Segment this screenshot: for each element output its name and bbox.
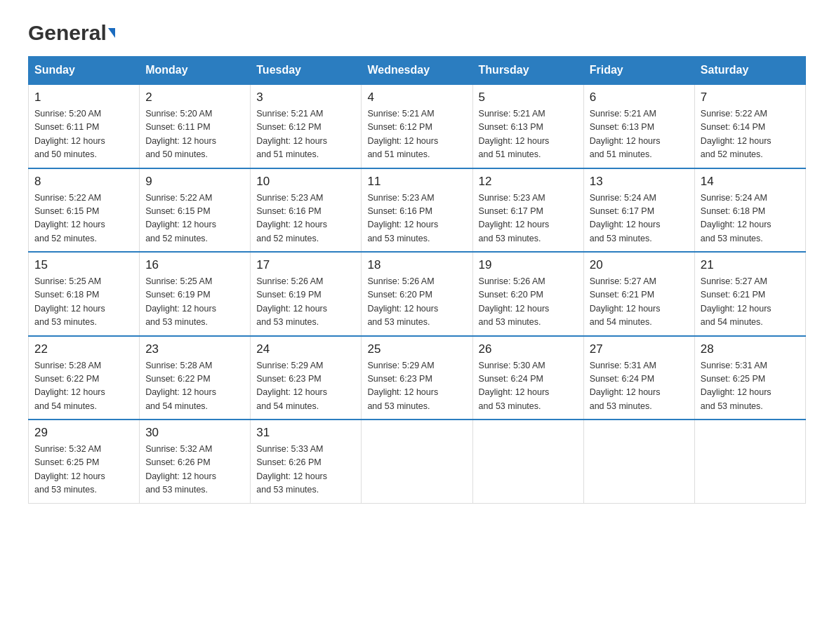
day-number: 2 bbox=[145, 90, 244, 105]
day-number: 27 bbox=[590, 342, 689, 356]
day-info: Sunrise: 5:23 AMSunset: 6:16 PMDaylight:… bbox=[367, 192, 466, 246]
day-info: Sunrise: 5:26 AMSunset: 6:20 PMDaylight:… bbox=[367, 275, 466, 330]
calendar-cell: 8Sunrise: 5:22 AMSunset: 6:15 PMDaylight… bbox=[29, 168, 140, 253]
day-info: Sunrise: 5:26 AMSunset: 6:20 PMDaylight:… bbox=[479, 275, 578, 330]
calendar-cell: 27Sunrise: 5:31 AMSunset: 6:24 PMDayligh… bbox=[583, 336, 694, 420]
calendar-cell: 15Sunrise: 5:25 AMSunset: 6:18 PMDayligh… bbox=[29, 252, 140, 336]
day-info: Sunrise: 5:28 AMSunset: 6:22 PMDaylight:… bbox=[34, 359, 133, 414]
day-number: 6 bbox=[590, 90, 689, 105]
calendar-cell: 6Sunrise: 5:21 AMSunset: 6:13 PMDaylight… bbox=[583, 84, 694, 168]
day-info: Sunrise: 5:28 AMSunset: 6:22 PMDaylight:… bbox=[145, 359, 244, 414]
day-number: 8 bbox=[34, 175, 133, 189]
day-info: Sunrise: 5:23 AMSunset: 6:17 PMDaylight:… bbox=[479, 192, 578, 246]
calendar-week-row: 29Sunrise: 5:32 AMSunset: 6:25 PMDayligh… bbox=[29, 420, 806, 503]
weekday-header-friday: Friday bbox=[583, 57, 694, 85]
calendar-week-row: 1Sunrise: 5:20 AMSunset: 6:11 PMDaylight… bbox=[29, 84, 806, 168]
day-info: Sunrise: 5:32 AMSunset: 6:26 PMDaylight:… bbox=[145, 443, 244, 497]
day-number: 19 bbox=[479, 258, 578, 272]
day-number: 10 bbox=[256, 175, 355, 189]
day-info: Sunrise: 5:29 AMSunset: 6:23 PMDaylight:… bbox=[256, 359, 355, 414]
calendar-table: SundayMondayTuesdayWednesdayThursdayFrid… bbox=[28, 56, 806, 504]
day-number: 23 bbox=[145, 342, 244, 356]
calendar-cell: 9Sunrise: 5:22 AMSunset: 6:15 PMDaylight… bbox=[140, 168, 251, 253]
weekday-header-tuesday: Tuesday bbox=[251, 57, 362, 85]
calendar-cell: 22Sunrise: 5:28 AMSunset: 6:22 PMDayligh… bbox=[29, 336, 140, 420]
day-number: 18 bbox=[367, 258, 466, 272]
calendar-cell: 1Sunrise: 5:20 AMSunset: 6:11 PMDaylight… bbox=[29, 84, 140, 168]
calendar-cell: 18Sunrise: 5:26 AMSunset: 6:20 PMDayligh… bbox=[362, 252, 472, 336]
day-number: 1 bbox=[34, 90, 133, 105]
day-number: 26 bbox=[479, 342, 578, 356]
calendar-cell: 2Sunrise: 5:20 AMSunset: 6:11 PMDaylight… bbox=[140, 84, 251, 168]
day-info: Sunrise: 5:31 AMSunset: 6:24 PMDaylight:… bbox=[590, 359, 689, 414]
day-info: Sunrise: 5:27 AMSunset: 6:21 PMDaylight:… bbox=[701, 275, 800, 330]
weekday-header-row: SundayMondayTuesdayWednesdayThursdayFrid… bbox=[29, 57, 806, 85]
day-info: Sunrise: 5:30 AMSunset: 6:24 PMDaylight:… bbox=[479, 359, 578, 414]
day-info: Sunrise: 5:27 AMSunset: 6:21 PMDaylight:… bbox=[590, 275, 689, 330]
logo-general: General bbox=[28, 21, 107, 45]
day-number: 3 bbox=[256, 90, 355, 105]
day-number: 7 bbox=[701, 90, 800, 105]
day-number: 28 bbox=[701, 342, 800, 356]
day-info: Sunrise: 5:24 AMSunset: 6:17 PMDaylight:… bbox=[590, 192, 689, 246]
calendar-cell: 5Sunrise: 5:21 AMSunset: 6:13 PMDaylight… bbox=[472, 84, 583, 168]
day-number: 31 bbox=[256, 426, 355, 440]
calendar-cell: 13Sunrise: 5:24 AMSunset: 6:17 PMDayligh… bbox=[583, 168, 694, 253]
day-info: Sunrise: 5:20 AMSunset: 6:11 PMDaylight:… bbox=[145, 107, 244, 162]
calendar-week-row: 22Sunrise: 5:28 AMSunset: 6:22 PMDayligh… bbox=[29, 336, 806, 420]
calendar-cell: 30Sunrise: 5:32 AMSunset: 6:26 PMDayligh… bbox=[140, 420, 251, 503]
day-info: Sunrise: 5:29 AMSunset: 6:23 PMDaylight:… bbox=[367, 359, 466, 414]
day-number: 9 bbox=[145, 175, 244, 189]
calendar-week-row: 15Sunrise: 5:25 AMSunset: 6:18 PMDayligh… bbox=[29, 252, 806, 336]
calendar-cell: 17Sunrise: 5:26 AMSunset: 6:19 PMDayligh… bbox=[251, 252, 362, 336]
weekday-header-thursday: Thursday bbox=[472, 57, 583, 85]
calendar-cell: 7Sunrise: 5:22 AMSunset: 6:14 PMDaylight… bbox=[694, 84, 805, 168]
calendar-cell: 16Sunrise: 5:25 AMSunset: 6:19 PMDayligh… bbox=[140, 252, 251, 336]
day-info: Sunrise: 5:21 AMSunset: 6:12 PMDaylight:… bbox=[256, 107, 355, 162]
day-info: Sunrise: 5:22 AMSunset: 6:15 PMDaylight:… bbox=[34, 192, 133, 246]
calendar-cell: 20Sunrise: 5:27 AMSunset: 6:21 PMDayligh… bbox=[583, 252, 694, 336]
weekday-header-sunday: Sunday bbox=[29, 57, 140, 85]
calendar-cell: 31Sunrise: 5:33 AMSunset: 6:26 PMDayligh… bbox=[251, 420, 362, 503]
calendar-cell bbox=[694, 420, 805, 503]
day-info: Sunrise: 5:22 AMSunset: 6:14 PMDaylight:… bbox=[701, 107, 800, 162]
calendar-cell bbox=[472, 420, 583, 503]
day-number: 25 bbox=[367, 342, 466, 356]
calendar-cell: 11Sunrise: 5:23 AMSunset: 6:16 PMDayligh… bbox=[362, 168, 472, 253]
calendar-cell: 24Sunrise: 5:29 AMSunset: 6:23 PMDayligh… bbox=[251, 336, 362, 420]
calendar-cell: 4Sunrise: 5:21 AMSunset: 6:12 PMDaylight… bbox=[362, 84, 472, 168]
calendar-cell bbox=[362, 420, 472, 503]
day-number: 21 bbox=[701, 258, 800, 272]
page-header: General bbox=[28, 21, 806, 42]
day-number: 29 bbox=[34, 426, 133, 440]
day-info: Sunrise: 5:25 AMSunset: 6:18 PMDaylight:… bbox=[34, 275, 133, 330]
logo-arrow-icon bbox=[108, 28, 115, 38]
day-info: Sunrise: 5:31 AMSunset: 6:25 PMDaylight:… bbox=[701, 359, 800, 414]
day-info: Sunrise: 5:21 AMSunset: 6:13 PMDaylight:… bbox=[479, 107, 578, 162]
day-info: Sunrise: 5:23 AMSunset: 6:16 PMDaylight:… bbox=[256, 192, 355, 246]
calendar-cell: 25Sunrise: 5:29 AMSunset: 6:23 PMDayligh… bbox=[362, 336, 472, 420]
calendar-cell bbox=[583, 420, 694, 503]
day-number: 13 bbox=[590, 175, 689, 189]
day-number: 5 bbox=[479, 90, 578, 105]
day-number: 17 bbox=[256, 258, 355, 272]
day-number: 16 bbox=[145, 258, 244, 272]
calendar-cell: 21Sunrise: 5:27 AMSunset: 6:21 PMDayligh… bbox=[694, 252, 805, 336]
day-number: 30 bbox=[145, 426, 244, 440]
logo: General bbox=[28, 21, 115, 42]
day-number: 14 bbox=[701, 175, 800, 189]
calendar-cell: 3Sunrise: 5:21 AMSunset: 6:12 PMDaylight… bbox=[251, 84, 362, 168]
day-number: 11 bbox=[367, 175, 466, 189]
calendar-week-row: 8Sunrise: 5:22 AMSunset: 6:15 PMDaylight… bbox=[29, 168, 806, 253]
day-number: 24 bbox=[256, 342, 355, 356]
day-info: Sunrise: 5:32 AMSunset: 6:25 PMDaylight:… bbox=[34, 443, 133, 497]
calendar-cell: 29Sunrise: 5:32 AMSunset: 6:25 PMDayligh… bbox=[29, 420, 140, 503]
day-number: 20 bbox=[590, 258, 689, 272]
day-number: 15 bbox=[34, 258, 133, 272]
day-info: Sunrise: 5:33 AMSunset: 6:26 PMDaylight:… bbox=[256, 443, 355, 497]
day-info: Sunrise: 5:24 AMSunset: 6:18 PMDaylight:… bbox=[701, 192, 800, 246]
day-info: Sunrise: 5:26 AMSunset: 6:19 PMDaylight:… bbox=[256, 275, 355, 330]
calendar-cell: 14Sunrise: 5:24 AMSunset: 6:18 PMDayligh… bbox=[694, 168, 805, 253]
day-info: Sunrise: 5:21 AMSunset: 6:12 PMDaylight:… bbox=[367, 107, 466, 162]
calendar-cell: 28Sunrise: 5:31 AMSunset: 6:25 PMDayligh… bbox=[694, 336, 805, 420]
